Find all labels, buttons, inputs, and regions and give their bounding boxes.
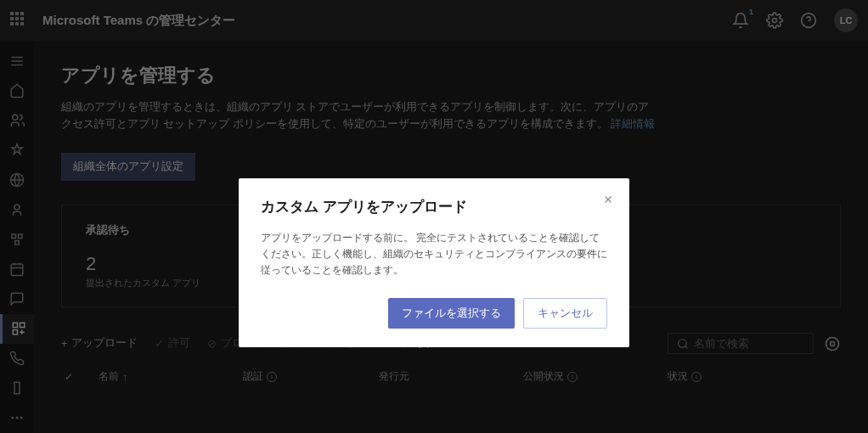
cancel-button[interactable]: キャンセル (523, 298, 607, 329)
upload-modal: カスタム アプリをアップロード アプリをアップロードする前に。 完全にテストされ… (239, 178, 629, 347)
select-file-button[interactable]: ファイルを選択する (388, 298, 515, 329)
modal-overlay[interactable]: カスタム アプリをアップロード アプリをアップロードする前に。 完全にテストされ… (0, 0, 868, 433)
close-icon[interactable] (599, 190, 617, 209)
modal-body: アプリをアップロードする前に。 完全にテストされていることを確認してください。正… (261, 230, 607, 279)
modal-title: カスタム アプリをアップロード (261, 197, 607, 216)
